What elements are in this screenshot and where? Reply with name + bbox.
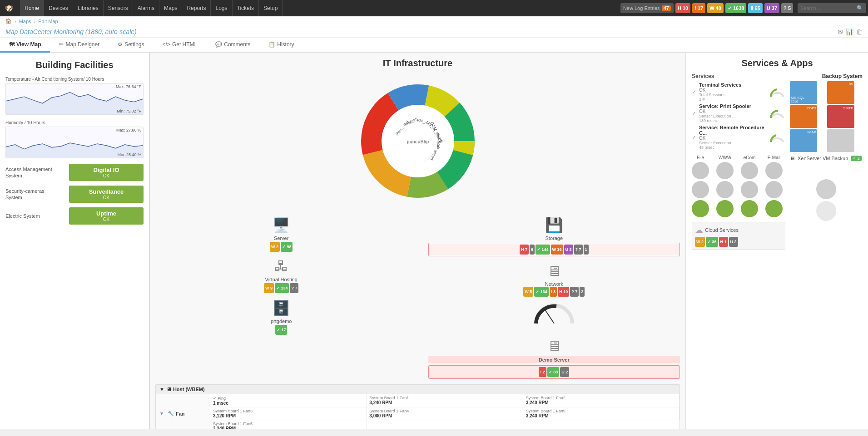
server-badge-w[interactable]: W 2 bbox=[270, 242, 280, 252]
badge-e[interactable]: ! 17 bbox=[692, 3, 705, 13]
cloud-badge-ok[interactable]: ✓ 36 bbox=[706, 237, 718, 247]
net-badge-2[interactable]: 2 bbox=[580, 287, 585, 297]
vh-badge-w[interactable]: W 9 bbox=[264, 283, 274, 293]
storage-badge-u[interactable]: U 3 bbox=[564, 245, 573, 255]
net-badge-w[interactable]: W 5 bbox=[523, 287, 533, 297]
badge-ok[interactable]: ✓ 1638 bbox=[725, 3, 747, 13]
vh-badge-q[interactable]: ? 7 bbox=[290, 283, 298, 293]
search-box[interactable]: 🔍 bbox=[798, 3, 866, 13]
storage-badge-1[interactable]: 1 bbox=[584, 245, 589, 255]
delete-icon[interactable]: 🗑 bbox=[856, 28, 863, 35]
network-badges: W 5 ✓ 134 ! 3 H 10 ? 7 2 bbox=[428, 287, 680, 297]
nav-setup[interactable]: Setup bbox=[259, 0, 283, 16]
search-input[interactable] bbox=[800, 5, 855, 11]
demo-badge-e[interactable]: ! 2 bbox=[539, 367, 546, 377]
new-log-entries-label: New Log Entries bbox=[623, 5, 660, 11]
map-designer-icon: ✏ bbox=[59, 41, 64, 48]
server-icon: 🖥️ bbox=[155, 216, 407, 234]
tab-history[interactable]: 📋 History bbox=[259, 38, 303, 53]
storage-badge-h[interactable]: H 7 bbox=[520, 245, 529, 255]
service-terminal-info: Terminal Services OK Total Sessions 3 # bbox=[699, 82, 766, 102]
facility-access-btn[interactable]: Digital IO OK bbox=[69, 164, 144, 181]
badge-u[interactable]: U 37 bbox=[764, 3, 779, 13]
right-panel-title: Services & Apps bbox=[692, 58, 863, 69]
badge-p[interactable]: II 65 bbox=[748, 3, 762, 13]
services-label: Services bbox=[692, 73, 785, 79]
nav-sensors[interactable]: Sensors bbox=[104, 0, 133, 16]
nav-tickets[interactable]: Tickets bbox=[233, 0, 259, 16]
center-panel-title: IT Infrastructure bbox=[155, 58, 680, 69]
prtgdemo-badge-ok[interactable]: ✓ 17 bbox=[275, 325, 288, 335]
breadcrumb-maps[interactable]: Maps bbox=[19, 19, 31, 24]
ecom-circle-3 bbox=[741, 200, 758, 217]
service-print-info: Service: Print Spooler OK Sensor Executi… bbox=[699, 103, 766, 123]
facility-security-btn[interactable]: Surveillance OK bbox=[69, 186, 144, 203]
storage-badge-ok[interactable]: ✓ 144 bbox=[536, 245, 550, 255]
fan-cell-6: System Board 1 Fan6 3,240 RPM bbox=[210, 420, 367, 429]
cloud-badge-u[interactable]: U 2 bbox=[729, 237, 738, 247]
mssql-sub: 2016 bbox=[791, 100, 816, 103]
nav-libraries[interactable]: Libraries bbox=[73, 0, 104, 16]
net-badge-ok[interactable]: ✓ 134 bbox=[534, 287, 549, 297]
chart-icon[interactable]: 📊 bbox=[846, 28, 853, 35]
net-badge-e[interactable]: ! 3 bbox=[550, 287, 557, 297]
net-badge-h[interactable]: H 10 bbox=[558, 287, 569, 297]
email-extra-circle-2 bbox=[816, 201, 836, 221]
backup-color-blocks: MS SQL 2016 IIS POP3 SMTP IMAP bbox=[790, 81, 863, 152]
badge-h[interactable]: H 10 bbox=[675, 3, 690, 13]
svg-text:puncuBlip: puncuBlip bbox=[407, 139, 429, 144]
badge-q[interactable]: ? 5 bbox=[781, 3, 793, 13]
right-sub-column: Backup System MS SQL 2016 IIS POP3 SMTP bbox=[790, 73, 863, 250]
storage-badge-q[interactable]: ? 7 bbox=[574, 245, 583, 255]
left-panel: Building Facilities Temperature - Air Co… bbox=[0, 53, 150, 429]
cloud-icon: ☁ bbox=[695, 225, 703, 235]
tab-get-html[interactable]: </> Get HTML bbox=[154, 38, 207, 53]
tab-settings[interactable]: ⚙ Settings bbox=[109, 38, 153, 53]
tab-map-designer[interactable]: ✏ Map Designer bbox=[50, 38, 109, 53]
storage-badge-6[interactable]: 6 bbox=[530, 245, 535, 255]
humidity-chart-max: Max: 27.60 % bbox=[116, 128, 141, 132]
demo-badge-u[interactable]: U 2 bbox=[560, 367, 569, 377]
demo-badge-ok[interactable]: ✓ 88 bbox=[547, 367, 560, 377]
nav-home[interactable]: Home bbox=[20, 0, 44, 16]
fan-cell-ping: ✓Ping 1 msec bbox=[210, 394, 367, 407]
it-items-grid: 🖥️ Server W 2 ✓ 98 🖧 Virtual Hosting W 9… bbox=[155, 216, 680, 379]
net-badge-q[interactable]: ? 7 bbox=[570, 287, 579, 297]
nav-reports[interactable]: Reports bbox=[182, 0, 211, 16]
vh-badge-ok[interactable]: ✓ 134 bbox=[275, 283, 289, 293]
host-collapse-icon[interactable]: ▼ bbox=[159, 387, 164, 392]
service-terminal-check: ✓ bbox=[692, 89, 696, 95]
facility-electric-label: Electric System bbox=[5, 213, 64, 219]
terminal-gauge bbox=[769, 84, 785, 100]
nav-logs[interactable]: Logs bbox=[211, 0, 232, 16]
email-icon[interactable]: ✉ bbox=[838, 28, 843, 35]
search-icon[interactable]: 🔍 bbox=[857, 5, 863, 11]
temperature-chart-section: Temperature - Air Conditioning System/ 1… bbox=[5, 77, 144, 115]
cloud-badge-w[interactable]: W 2 bbox=[695, 237, 705, 247]
humidity-chart-area: Max: 27.60 % Min: 25.40 % bbox=[5, 127, 144, 158]
nav-devices[interactable]: Devices bbox=[44, 0, 73, 16]
block-mssql: MS SQL 2016 bbox=[790, 81, 817, 104]
nav-alarms[interactable]: Alarms bbox=[133, 0, 159, 16]
badge-w[interactable]: W 40 bbox=[707, 3, 724, 13]
cloud-badge-h[interactable]: H 1 bbox=[719, 237, 728, 247]
fan-collapse[interactable]: ▼ bbox=[159, 411, 164, 416]
facility-security: Security-camerasSystem Surveillance OK bbox=[5, 186, 144, 203]
cloud-badges: W 2 ✓ 36 H 1 U 2 bbox=[695, 237, 782, 247]
home-icon[interactable]: 🏠 bbox=[5, 18, 12, 24]
tab-comments[interactable]: 💬 Comments bbox=[206, 38, 259, 53]
breadcrumb-edit-map[interactable]: Edit Map bbox=[38, 19, 58, 24]
new-log-entries-badge[interactable]: New Log Entries 47 bbox=[620, 3, 674, 13]
nav-maps[interactable]: Maps bbox=[159, 0, 182, 16]
storage-badge-w[interactable]: W 36 bbox=[551, 245, 563, 255]
service-rpc: ✓ Service: Remote Procedure C... OK Sens… bbox=[692, 125, 785, 150]
fan-cells: ✓Ping 1 msec System Board 1 Fan1 3,240 R… bbox=[210, 394, 680, 429]
tab-view-map[interactable]: 🗺 View Map bbox=[0, 38, 50, 53]
facility-electric-btn[interactable]: Uptime OK bbox=[69, 207, 144, 225]
badge-e-count: 17 bbox=[698, 5, 703, 11]
email-circle-1 bbox=[765, 162, 783, 179]
file-circle-1 bbox=[692, 162, 709, 179]
right-panel: Services & Apps Services ✓ Terminal Serv… bbox=[686, 53, 868, 429]
server-badge-ok[interactable]: ✓ 98 bbox=[281, 242, 293, 252]
circles-ecom: eCom bbox=[741, 155, 758, 217]
